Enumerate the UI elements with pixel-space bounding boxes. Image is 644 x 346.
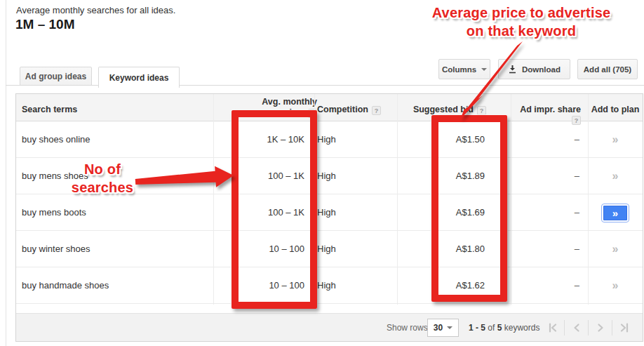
table-row: buy handmade shoes 10 – 100 High A$1.62 …: [16, 267, 643, 304]
keyword-planner-page: Average monthly searches for all ideas. …: [0, 0, 644, 346]
competition-cell: High: [317, 121, 391, 158]
pagination-controls: [541, 314, 636, 342]
add-to-plan-button[interactable]: »: [612, 279, 619, 291]
column-header-competition[interactable]: Competition?: [317, 105, 381, 115]
chevron-down-icon: [481, 68, 487, 71]
last-page-button[interactable]: [612, 319, 636, 336]
rows-per-page-value: 30: [434, 323, 443, 333]
suggested-bid-cell: A$1.62: [397, 267, 485, 304]
tab-ad-group-ideas[interactable]: Ad group ideas: [20, 67, 92, 86]
keyword-cell: buy winter shoes: [22, 231, 208, 267]
ad-impr-share-cell: –: [511, 158, 579, 194]
panel-left-divider: [6, 0, 6, 346]
first-page-button[interactable]: [541, 319, 564, 336]
column-header-search-terms[interactable]: Search terms: [22, 105, 77, 114]
help-icon[interactable]: ?: [372, 106, 381, 115]
ad-impr-share-cell: –: [511, 121, 579, 158]
tab-ad-group-ideas-label: Ad group ideas: [25, 72, 86, 81]
tab-keyword-ideas-label: Keyword ideas: [109, 73, 169, 83]
ad-impr-share-cell: –: [511, 267, 579, 304]
last-page-icon: [619, 322, 630, 333]
help-icon[interactable]: ?: [308, 109, 317, 118]
pagination-range: 1 - 5 of 5 keywords: [469, 314, 539, 342]
help-icon[interactable]: ?: [477, 106, 486, 115]
next-page-button[interactable]: [589, 319, 612, 336]
avg-searches-cell: 10 – 100: [213, 231, 304, 267]
add-to-plan-button[interactable]: »: [612, 133, 619, 145]
keyword-cell: buy mens shoes: [22, 158, 208, 194]
range-start-end: 1 - 5: [469, 323, 485, 333]
add-all-button[interactable]: Add all (705): [577, 59, 638, 79]
keyword-cell: buy handmade shoes: [22, 267, 208, 304]
add-to-plan-button-active[interactable]: »: [602, 204, 629, 222]
previous-page-icon: [571, 322, 582, 333]
table-footer: Show rows: 30 1 - 5 of 5 keywords: [16, 313, 643, 341]
suggested-bid-cell: A$1.69: [397, 194, 485, 231]
download-button-label: Download: [522, 65, 561, 74]
table-row: buy shoes online 1K – 10K High A$1.50 – …: [16, 121, 643, 158]
column-header-add-to-plan: Add to plan: [588, 105, 643, 114]
competition-cell: High: [317, 231, 391, 267]
add-to-plan-button[interactable]: »: [612, 243, 619, 255]
ad-impr-share-label: Ad impr. share: [520, 105, 581, 114]
add-to-plan-button[interactable]: »: [612, 170, 619, 182]
keyword-cell: buy mens boots: [22, 194, 208, 231]
suggested-bid-label: Suggested bid: [413, 105, 474, 114]
avg-searches-cell: 1K – 10K: [213, 121, 304, 158]
competition-label: Competition: [317, 105, 368, 114]
table-row: buy mens shoes 100 – 1K High A$1.89 – »: [16, 158, 643, 194]
avg-monthly-line1: Avg. monthly: [262, 97, 317, 107]
ad-impr-share-cell: –: [511, 231, 579, 267]
columns-button[interactable]: Columns: [438, 59, 490, 79]
show-rows-label: Show rows:: [387, 314, 430, 342]
table-row: buy mens boots 100 – 1K High A$1.69 – »: [16, 194, 643, 231]
avg-monthly-line2: searches: [267, 107, 304, 117]
next-page-icon: [595, 322, 606, 333]
competition-cell: High: [317, 267, 391, 304]
chevron-down-icon: [447, 326, 452, 329]
unit-text: keywords: [504, 323, 540, 333]
suggested-bid-cell: A$1.80: [397, 231, 485, 267]
previous-page-button[interactable]: [565, 319, 588, 336]
column-header-suggested-bid[interactable]: Suggested bid?: [397, 105, 486, 115]
of-text: of: [488, 323, 495, 333]
table-row: buy winter shoes 10 – 100 High A$1.80 – …: [16, 231, 643, 267]
competition-cell: High: [317, 158, 391, 194]
suggested-bid-cell: A$1.50: [397, 121, 485, 158]
avg-searches-cell: 100 – 1K: [213, 158, 304, 194]
add-all-button-label: Add all (705): [584, 65, 631, 74]
tab-keyword-ideas[interactable]: Keyword ideas: [98, 67, 180, 88]
columns-button-label: Columns: [442, 65, 476, 74]
annotation-note-bid-line1: Average price to advertise: [432, 5, 611, 20]
total-count: 5: [497, 323, 502, 333]
first-page-icon: [547, 322, 558, 333]
column-header-avg-monthly-searches[interactable]: Avg. monthly searches?: [213, 97, 317, 118]
annotation-note-bid: Average price to advertise on that keywo…: [401, 4, 641, 40]
ad-impr-share-cell: –: [511, 194, 579, 231]
download-button[interactable]: Download: [498, 59, 570, 79]
download-icon: [508, 65, 517, 74]
keyword-ideas-table: Search terms Avg. monthly searches? Comp…: [15, 93, 643, 342]
table-header-row: Search terms Avg. monthly searches? Comp…: [16, 94, 643, 121]
keyword-cell: buy shoes online: [22, 121, 208, 158]
rows-per-page-select[interactable]: 30: [427, 319, 459, 337]
avg-searches-caption: Average monthly searches for all ideas.: [16, 5, 175, 15]
competition-cell: High: [317, 194, 391, 231]
annotation-note-bid-line2: on that keyword: [467, 23, 576, 39]
suggested-bid-cell: A$1.89: [397, 158, 485, 194]
avg-searches-cell: 100 – 1K: [213, 194, 304, 231]
avg-searches-cell: 10 – 100: [213, 267, 304, 304]
avg-searches-range: 1M – 10M: [15, 17, 74, 32]
